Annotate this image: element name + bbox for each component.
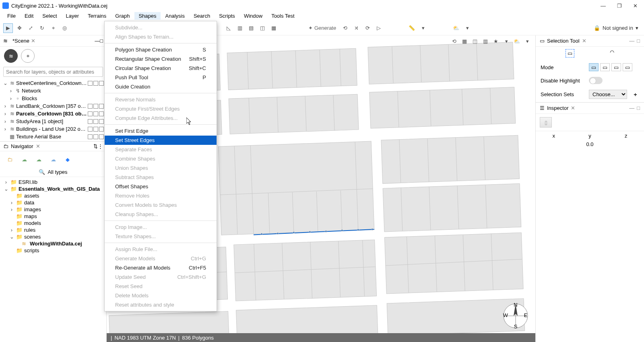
minimize-panel-icon[interactable]: — <box>95 38 100 44</box>
view-wire-icon[interactable]: ▦ <box>460 37 469 45</box>
measure-icon[interactable]: 📏 <box>407 23 417 33</box>
menu-window[interactable]: Window <box>240 12 266 20</box>
menu-item-push-pull-tool[interactable]: Push Pull ToolP <box>105 73 217 82</box>
menu-item-guide-creation[interactable]: Guide Creation <box>105 82 217 91</box>
mode-replace-button[interactable]: ▭ <box>589 63 599 71</box>
rect-select-icon[interactable]: ▭ <box>566 49 574 58</box>
nav-menu-icon[interactable]: ⋮ <box>98 143 103 149</box>
menu-scripts[interactable]: Scripts <box>215 12 239 20</box>
menu-item-re-generate-all-models[interactable]: Re-Generate all ModelsCtrl+F5 <box>105 263 217 272</box>
menu-item-rectangular-shape-creation[interactable]: Rectangular Shape CreationShift+S <box>105 54 217 64</box>
move-tool-icon[interactable]: ✥ <box>14 23 24 33</box>
shuffle-icon[interactable]: ⤨ <box>351 23 361 33</box>
add-layer-button[interactable]: ＋ <box>21 49 35 63</box>
target-icon[interactable]: ◎ <box>60 23 69 33</box>
window-maximize-button[interactable]: ❐ <box>617 3 622 9</box>
shapes-menu-dropdown[interactable]: Subdivide...Align Shapes to Terrain...Po… <box>104 21 217 311</box>
menu-item-set-first-edge[interactable]: Set First Edge <box>105 126 217 136</box>
scene-tab[interactable]: *Scene ✕ <box>10 37 38 45</box>
weather-icon[interactable]: ⛅ <box>451 23 461 33</box>
maximize-panel-icon[interactable]: □ <box>100 38 103 44</box>
layer-row[interactable]: ›≋LandBank_Corktown [357 objects] <box>2 102 105 110</box>
menu-analysis[interactable]: Analysis <box>161 12 189 20</box>
play-icon[interactable]: ▷ <box>374 23 384 33</box>
window-minimize-button[interactable]: — <box>601 3 606 9</box>
layers-view-button[interactable]: ≋ <box>4 49 18 63</box>
view-dropdown-icon[interactable]: ▾ <box>502 37 510 45</box>
project-row[interactable]: 📁scripts <box>3 247 103 254</box>
layer-search-input[interactable] <box>3 67 103 77</box>
nav-online-icon1[interactable]: ☁ <box>19 154 30 165</box>
selection-sets-dropdown[interactable]: Choose... <box>589 90 627 99</box>
project-row[interactable]: ≋WorkingWithData.cej <box>3 240 103 247</box>
nav-online-icon2[interactable]: ☁ <box>33 154 44 165</box>
nav-portal-icon[interactable]: ◆ <box>62 154 73 165</box>
layer-row[interactable]: ›↯Network <box>2 87 105 95</box>
add-selection-set-button[interactable]: ＋ <box>631 91 639 99</box>
menu-item-circular-shape-creation[interactable]: Circular Shape CreationShift+C <box>105 64 217 73</box>
menu-item-offset-shapes[interactable]: Offset Shapes <box>105 182 217 191</box>
view-sun-icon[interactable]: ⛅ <box>513 37 521 45</box>
menu-search[interactable]: Search <box>190 12 214 20</box>
menu-item-polygon-shape-creation[interactable]: Polygon Shape CreationS <box>105 45 217 54</box>
extrude-tool-icon[interactable]: ▥ <box>235 23 245 33</box>
transform-tool-icon[interactable]: ⌖ <box>48 23 58 33</box>
menu-layer[interactable]: Layer <box>62 12 83 20</box>
project-row[interactable]: ›📁ESRI.lib <box>3 179 103 185</box>
layer-row[interactable]: ›≋StudyArea [1 object] <box>2 117 105 125</box>
minimize-panel-icon[interactable]: — <box>629 38 634 44</box>
compass-icon[interactable]: N E S W <box>502 302 530 330</box>
nav-cloud-icon[interactable]: ☁ <box>47 154 59 165</box>
close-icon[interactable]: ✕ <box>31 38 35 44</box>
maximize-panel-icon[interactable]: □ <box>637 105 640 111</box>
auth-status[interactable]: 🔒 Not signed in ▾ <box>591 25 641 31</box>
layer-row[interactable]: ▦Texture Aerial Base <box>2 133 105 140</box>
select-tool-icon[interactable]: ▶ <box>3 23 13 33</box>
maximize-panel-icon[interactable]: □ <box>637 38 640 44</box>
project-row[interactable]: 📁models <box>3 220 103 227</box>
menu-terrains[interactable]: Terrains <box>84 12 110 20</box>
window-close-button[interactable]: ✕ <box>633 3 638 9</box>
lasso-select-icon[interactable]: ◠ <box>610 49 614 58</box>
mode-add-button[interactable]: ▭ <box>600 63 610 71</box>
view-star-icon[interactable]: ★ <box>492 37 500 45</box>
rotate-tool-icon[interactable]: ↻ <box>37 23 47 33</box>
project-row[interactable]: ⌄📁Essentials_Work_with_GIS_Data <box>3 185 103 192</box>
menu-file[interactable]: File <box>3 12 20 20</box>
layer-row[interactable]: ›≋Buildings - Land Use [202 objects] <box>2 125 105 133</box>
generate-button[interactable]: ✦ Generate <box>306 25 339 31</box>
nav-folder-icon[interactable]: 🗀 <box>4 154 15 165</box>
nav-options-icon[interactable]: ⇅ <box>93 143 98 149</box>
layer-row[interactable]: ⌄≋StreetCenterlines_Corktown [776 o <box>2 79 105 87</box>
project-row[interactable]: 📁maps <box>3 213 103 220</box>
menu-select[interactable]: Select <box>38 12 61 20</box>
cube-tool-icon[interactable]: ◫ <box>258 23 267 33</box>
project-tree[interactable]: ›📁ESRI.lib⌄📁Essentials_Work_with_GIS_Dat… <box>0 177 106 255</box>
block-tool-icon[interactable]: ▧ <box>246 23 256 33</box>
menu-tools-test[interactable]: Tools Test <box>267 12 299 20</box>
view-solid-icon[interactable]: ◫ <box>471 37 479 45</box>
minimize-panel-icon[interactable]: — <box>629 105 634 111</box>
dropdown-icon[interactable]: ▾ <box>418 23 428 33</box>
menubar[interactable]: FileEditSelectLayerTerrainsGraphShapesAn… <box>0 11 644 21</box>
view-grid-icon[interactable]: ▥ <box>481 37 489 45</box>
view-link-icon[interactable]: ⟲ <box>450 37 458 45</box>
dropdown-icon[interactable]: ▾ <box>462 23 472 33</box>
close-icon[interactable]: ✕ <box>582 38 586 44</box>
project-row[interactable]: ⌄📁scenes <box>3 233 103 240</box>
nav-filter-label[interactable]: All types <box>47 169 67 175</box>
scale-tool-icon[interactable]: ⤢ <box>26 23 35 33</box>
project-row[interactable]: ›📁rules <box>3 227 103 233</box>
menu-item-set-street-edges[interactable]: Set Street Edges <box>105 136 217 145</box>
layer-tree[interactable]: ⌄≋StreetCenterlines_Corktown [776 o›↯Net… <box>0 78 106 141</box>
menu-edit[interactable]: Edit <box>21 12 37 20</box>
project-row[interactable]: 📁assets <box>3 192 103 199</box>
shape-tool-icon[interactable]: ◺ <box>224 23 233 33</box>
close-icon[interactable]: ✕ <box>571 105 575 111</box>
menu-graph[interactable]: Graph <box>111 12 134 20</box>
building-tool-icon[interactable]: ▦ <box>269 23 279 33</box>
layer-row[interactable]: ›≋Parcels_Corktown [831 objects] <box>2 110 105 117</box>
view-dropdown-icon[interactable]: ▾ <box>523 37 531 45</box>
project-row[interactable]: ›📁data <box>3 199 103 206</box>
project-row[interactable]: ›📁images <box>3 206 103 213</box>
